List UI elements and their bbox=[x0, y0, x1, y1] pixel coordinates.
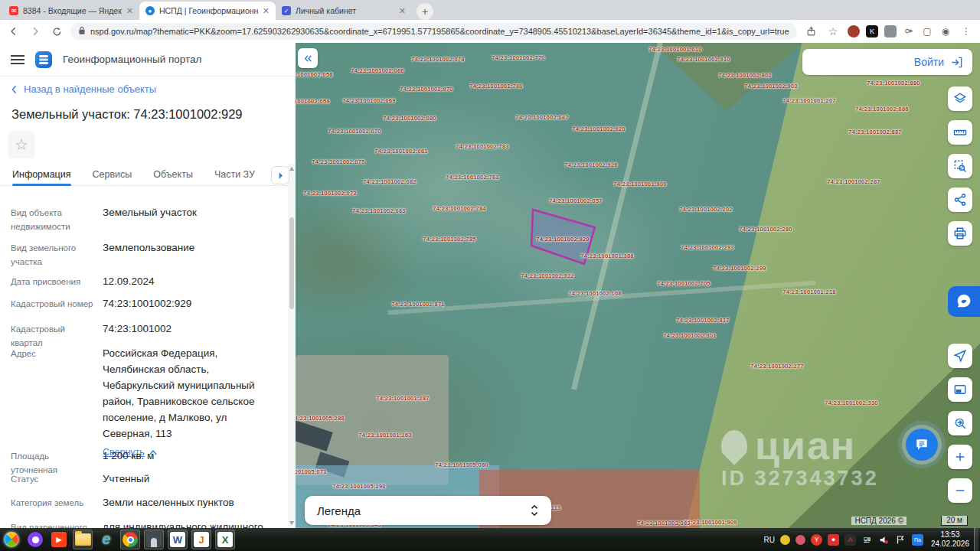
layers-button[interactable] bbox=[948, 86, 972, 111]
ruler-button[interactable] bbox=[948, 120, 972, 145]
cadastral-label: 74:23:1001002:081 bbox=[374, 148, 427, 155]
taskbar-clock[interactable]: 13:53 24.02.2026 bbox=[926, 530, 974, 549]
tab-groups-icon[interactable]: ▢ bbox=[921, 25, 933, 37]
tray-record-icon[interactable]: ● bbox=[828, 534, 839, 546]
share-page-icon[interactable] bbox=[803, 24, 818, 39]
new-tab-button[interactable]: + bbox=[416, 3, 433, 20]
tab-части зу[interactable]: Части ЗУ bbox=[214, 164, 255, 185]
locate-button[interactable] bbox=[948, 344, 972, 368]
panel-view-button[interactable] bbox=[948, 377, 972, 402]
refresh-icon[interactable] bbox=[49, 24, 64, 39]
cadastral-label: 74:23:1001002:058 bbox=[296, 71, 333, 78]
extension-red-icon[interactable] bbox=[848, 25, 860, 37]
attribute-row: Вид разрешенногодля индивидуального жили… bbox=[11, 520, 277, 528]
acrobat-icon[interactable]: A bbox=[844, 534, 856, 546]
show-desktop-button[interactable] bbox=[974, 528, 978, 551]
tab-объекты[interactable]: Объекты bbox=[153, 164, 193, 185]
tab-close-icon[interactable]: ✕ bbox=[126, 6, 133, 16]
tray-pink-icon[interactable] bbox=[795, 535, 805, 545]
scroll-up-arrow[interactable] bbox=[289, 167, 294, 171]
internet-explorer-icon[interactable]: e bbox=[96, 530, 116, 549]
cadastral-label: 74:23:1001002:926 bbox=[564, 161, 617, 168]
map-canvas[interactable]: 74:23:1001002:07874:23:1001002:77074:23:… bbox=[296, 43, 980, 528]
cadastral-label: 74:23:1001002:880 bbox=[867, 80, 920, 86]
profile-avatar[interactable]: ◉ bbox=[939, 25, 952, 37]
cadastral-label: 74:23:1001002:910 bbox=[677, 56, 730, 63]
tab-сервисы[interactable]: Сервисы bbox=[93, 164, 132, 185]
zoom-out-button[interactable] bbox=[948, 478, 972, 503]
browser-tab[interactable]: ●НСПД | Геоинформационный п✕ bbox=[139, 2, 276, 20]
favorite-star-button[interactable]: ☆ bbox=[8, 131, 35, 158]
url-bar[interactable]: nspd.gov.ru/map?thematic=PKK&zoom=17.625… bbox=[70, 23, 797, 40]
portrait-app-icon[interactable] bbox=[144, 530, 164, 549]
tray-yellow-icon[interactable] bbox=[780, 535, 790, 545]
tabs-scroll-right-button[interactable] bbox=[271, 166, 289, 184]
coord-search-button[interactable] bbox=[948, 411, 972, 435]
scroll-down-arrow[interactable] bbox=[289, 521, 294, 525]
network-icon[interactable]: 🖳 bbox=[861, 534, 873, 546]
cadastral-label: 74:23:1001002:047 bbox=[515, 114, 568, 121]
browser-tab[interactable]: ✓Личный кабинет✕ bbox=[276, 2, 412, 20]
login-button[interactable]: Войти bbox=[914, 56, 944, 68]
cadastral-label: 74:23:1001002:080 bbox=[383, 115, 436, 122]
extension-gray-icon[interactable] bbox=[884, 25, 897, 37]
extensions-puzzle-icon[interactable]: ⚩ bbox=[903, 25, 915, 37]
area-search-button[interactable] bbox=[948, 154, 972, 178]
lk-favicon: ✓ bbox=[282, 6, 291, 15]
tab-close-icon[interactable]: ✕ bbox=[399, 6, 406, 16]
cadastral-label: 74:23:1001002:903 bbox=[744, 83, 797, 90]
excel-icon[interactable]: X bbox=[215, 530, 235, 549]
locate-icon bbox=[953, 349, 967, 363]
chevron-right-icon bbox=[277, 171, 284, 180]
clock-time: 13:53 bbox=[931, 530, 969, 540]
attribute-label: Дата присвоения bbox=[11, 274, 96, 290]
panel-tabs: ИнформацияСервисыОбъектыЧасти ЗУСостав bbox=[0, 164, 296, 186]
tab-title: 8384 - Входящие — Яндекс По bbox=[23, 6, 122, 15]
collapse-panel-button[interactable] bbox=[298, 48, 318, 68]
cadastral-label: 74:23:1001002:784 bbox=[433, 205, 485, 212]
tab-информация[interactable]: Информация bbox=[12, 164, 71, 185]
start-button[interactable] bbox=[2, 530, 21, 549]
bookmark-star-icon[interactable]: ☆ bbox=[825, 24, 841, 39]
nspd-favicon: ● bbox=[145, 6, 155, 15]
back-to-results-link[interactable]: Назад в найденные объекты bbox=[11, 83, 156, 95]
cadastral-label: 74:23:1001001:207 bbox=[782, 97, 835, 104]
hamburger-menu-icon[interactable] bbox=[11, 55, 24, 64]
alice-icon[interactable] bbox=[25, 530, 45, 549]
tab-strip: ✉8384 - Входящие — Яндекс По✕●НСПД | Гео… bbox=[0, 0, 980, 20]
search-login-bar[interactable]: Войти bbox=[802, 49, 972, 75]
cadastral-label: 74:23:1001002:817 bbox=[676, 317, 729, 324]
share-icon bbox=[953, 193, 967, 207]
tab-close-icon[interactable]: ✕ bbox=[263, 6, 270, 16]
zoom-in-button[interactable] bbox=[948, 445, 972, 469]
volume-icon[interactable] bbox=[878, 534, 890, 546]
print-button[interactable] bbox=[948, 221, 972, 246]
chat-button[interactable] bbox=[906, 429, 938, 461]
cadastral-label: 74:23:1001002:870 bbox=[400, 86, 452, 93]
attribute-label: Статус bbox=[11, 471, 96, 487]
yandex-browser-icon[interactable]: Y bbox=[811, 534, 822, 546]
cadastral-label: 74:23:1001002:299 bbox=[713, 265, 766, 272]
language-panel-icon[interactable]: Па bbox=[912, 534, 923, 546]
chrome-icon[interactable] bbox=[120, 530, 140, 549]
share-button[interactable] bbox=[948, 187, 972, 212]
yandex-start-icon[interactable]: ▶ bbox=[49, 530, 69, 549]
action-center-flag-icon[interactable] bbox=[895, 534, 906, 546]
java-app-icon[interactable]: J bbox=[191, 530, 211, 549]
tab-title: Личный кабинет bbox=[296, 6, 394, 15]
legend-label: Легенда bbox=[317, 504, 361, 517]
browser-tab[interactable]: ✉8384 - Входящие — Яндекс По✕ bbox=[3, 2, 139, 20]
extension-k-icon[interactable]: K bbox=[866, 25, 878, 37]
explorer-icon[interactable] bbox=[73, 530, 93, 549]
language-indicator[interactable]: RU bbox=[763, 536, 774, 544]
legend-bar[interactable]: Легенда bbox=[305, 496, 551, 525]
scrollbar-thumb[interactable] bbox=[289, 217, 294, 309]
legend-expand-icon[interactable] bbox=[530, 504, 539, 517]
cadastral-label: 74:23:1001002:059 bbox=[296, 98, 330, 105]
panel-scrollbar[interactable] bbox=[288, 164, 296, 528]
forward-icon[interactable] bbox=[28, 24, 43, 39]
back-icon[interactable] bbox=[6, 24, 21, 39]
menu-kebab-icon[interactable]: ⋮ bbox=[959, 24, 974, 39]
nspd-assistant-button[interactable] bbox=[948, 286, 980, 317]
word-icon[interactable]: W bbox=[168, 530, 188, 549]
